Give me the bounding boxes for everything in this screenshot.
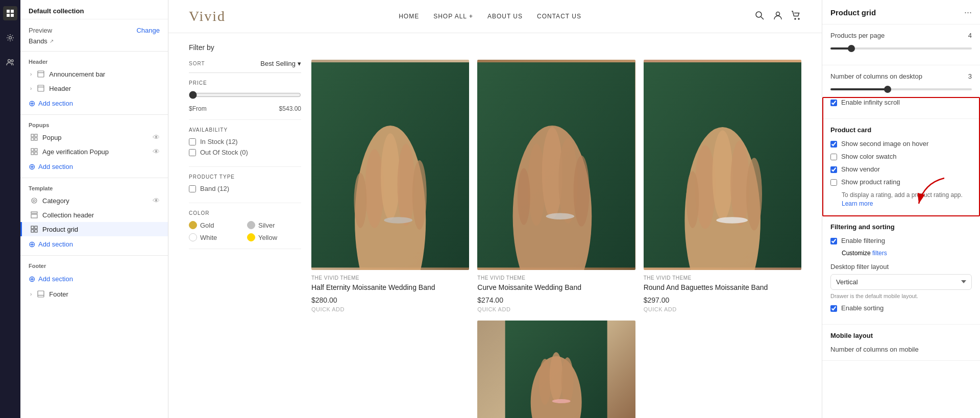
popup-label: Popup — [42, 134, 62, 141]
svg-rect-1 — [11, 10, 14, 13]
infinity-scroll-checkbox[interactable] — [830, 100, 837, 106]
enable-filtering-label: Enable filtering — [841, 237, 885, 244]
out-of-stock-item[interactable]: Out Of Stock (0) — [189, 149, 301, 156]
columns-desktop-label-row: Number of columns on desktop 3 — [830, 72, 972, 80]
product-price-1: $280.00 — [311, 296, 469, 304]
product-card-3[interactable]: THE VIVID THEME Round And Baguettes Mois… — [644, 60, 801, 312]
collection-title: Default collection — [20, 0, 168, 19]
sort-chevron-icon: ▾ — [298, 60, 301, 67]
show-color-swatch-checkbox[interactable] — [830, 154, 837, 160]
enable-sorting-item[interactable]: Enable sorting — [830, 304, 972, 312]
header-label: Header — [49, 85, 71, 92]
chevron2-icon: › — [30, 291, 32, 297]
band-item[interactable]: Band (12) — [189, 185, 301, 192]
show-color-swatch-item[interactable]: Show color swatch — [830, 153, 972, 160]
color-white[interactable]: White — [189, 233, 243, 241]
shop-nav: HOME SHOP ALL + ABOUT US CONTACT US — [399, 13, 581, 20]
show-product-rating-checkbox[interactable] — [830, 179, 837, 186]
svg-rect-0 — [7, 10, 10, 13]
show-vendor-item[interactable]: Show vendor — [830, 165, 972, 173]
quick-add-3[interactable]: QUICK ADD — [644, 306, 801, 312]
cart-icon[interactable] — [791, 10, 801, 22]
sidebar-item-category[interactable]: Category 👁 — [20, 193, 168, 208]
price-range[interactable] — [189, 91, 301, 101]
sidebar-item-announcement-bar[interactable]: › Announcement bar — [20, 67, 168, 81]
svg-point-53 — [712, 130, 732, 220]
svg-point-60 — [539, 359, 551, 405]
product-type-title: PRODUCT TYPE — [189, 174, 301, 180]
account-icon[interactable] — [773, 10, 783, 22]
columns-desktop-range[interactable] — [830, 88, 972, 90]
svg-rect-9 — [38, 85, 44, 91]
rating-description: To display a rating, add a product ratin… — [842, 191, 972, 208]
svg-rect-16 — [35, 149, 37, 151]
search-icon[interactable] — [754, 10, 765, 22]
svg-rect-7 — [38, 71, 44, 77]
sections-icon[interactable] — [3, 6, 17, 20]
product-vendor-1: THE VIVID THEME — [311, 275, 469, 281]
columns-desktop-label: Number of columns on desktop — [830, 72, 922, 80]
change-link[interactable]: Change — [136, 27, 160, 34]
enable-filtering-checkbox[interactable] — [830, 238, 837, 244]
show-product-rating-label: Show product rating — [841, 178, 900, 186]
add-section-template[interactable]: ⊕ Add section — [20, 236, 168, 252]
sort-label: SORT — [189, 61, 205, 66]
nav-home[interactable]: HOME — [399, 13, 419, 20]
add-section-footer-top[interactable]: ⊕ Add section — [20, 271, 168, 287]
sort-select[interactable]: Best Selling ▾ — [260, 60, 301, 67]
show-product-rating-item[interactable]: Show product rating — [830, 178, 972, 186]
svg-rect-26 — [35, 230, 37, 232]
products-per-page-range[interactable] — [830, 47, 972, 50]
desktop-filter-layout-select[interactable]: Vertical Horizontal Drawer — [830, 274, 972, 290]
sidebar-item-collection-header[interactable]: Collection header — [20, 208, 168, 222]
enable-sorting-checkbox[interactable] — [830, 305, 837, 312]
footer-label: Footer — [49, 290, 68, 298]
sidebar-item-popup[interactable]: Popup 👁 — [20, 130, 168, 144]
enable-infinity-scroll-item[interactable]: Enable infinity scroll — [830, 99, 972, 106]
add-section-header[interactable]: ⊕ Add section — [20, 95, 168, 111]
settings-icon[interactable] — [3, 31, 17, 45]
show-second-image-checkbox[interactable] — [830, 141, 837, 147]
sidebar-item-header[interactable]: › Header — [20, 81, 168, 95]
svg-point-4 — [9, 37, 12, 39]
nav-about[interactable]: ABOUT US — [487, 13, 523, 20]
popups-section-title: Popups — [20, 118, 168, 130]
in-stock-checkbox[interactable] — [189, 138, 196, 145]
show-second-image-label: Show second image on hover — [841, 140, 928, 147]
sidebar-item-product-grid[interactable]: Product grid — [20, 222, 168, 236]
color-silver[interactable]: Silver — [247, 221, 301, 229]
quick-add-2[interactable]: QUICK ADD — [477, 306, 635, 312]
svg-rect-23 — [31, 226, 34, 229]
svg-point-37 — [381, 133, 400, 220]
users-icon[interactable] — [3, 55, 17, 69]
show-second-image-item[interactable]: Show second image on hover — [830, 140, 972, 147]
quick-add-1[interactable]: QUICK ADD — [311, 306, 469, 312]
svg-point-56 — [686, 171, 699, 228]
learn-more-link[interactable]: Learn more — [842, 200, 873, 207]
right-panel-header: Product grid ··· — [822, 0, 980, 24]
filters-link[interactable]: filters — [872, 250, 887, 257]
nav-shop[interactable]: SHOP ALL + — [433, 13, 473, 20]
in-stock-item[interactable]: In Stock (12) — [189, 138, 301, 145]
sidebar-item-footer[interactable]: › Footer — [20, 287, 168, 301]
svg-point-32 — [795, 18, 796, 19]
product-card-1[interactable]: THE VIVID THEME Half Eternity Moissanite… — [311, 60, 469, 312]
product-title-3: Round And Baguettes Moissanite Band — [644, 283, 801, 293]
sidebar-item-age-popup[interactable]: Age verification Popup 👁 — [20, 144, 168, 159]
show-vendor-checkbox[interactable] — [830, 166, 837, 173]
add-section-popups[interactable]: ⊕ Add section — [20, 159, 168, 175]
product-card-4[interactable] — [477, 321, 635, 418]
out-stock-checkbox[interactable] — [189, 149, 196, 156]
nav-contact[interactable]: CONTACT US — [537, 13, 581, 20]
mobile-layout-title: Mobile layout — [830, 332, 972, 339]
sidebar-section-template: Template Category 👁 Collection header Pr… — [20, 181, 168, 252]
show-color-swatch-label: Show color swatch — [841, 153, 896, 160]
band-checkbox[interactable] — [189, 185, 196, 192]
enable-filtering-item[interactable]: Enable filtering — [830, 237, 972, 244]
more-options-icon[interactable]: ··· — [964, 7, 972, 18]
left-sidebar: Default collection Preview Change Bands … — [20, 0, 168, 418]
product-grid-icon — [30, 225, 38, 233]
product-card-2[interactable]: THE VIVID THEME Curve Moissanite Wedding… — [477, 60, 635, 312]
color-gold[interactable]: Gold — [189, 221, 243, 229]
color-yellow[interactable]: Yellow — [247, 233, 301, 241]
